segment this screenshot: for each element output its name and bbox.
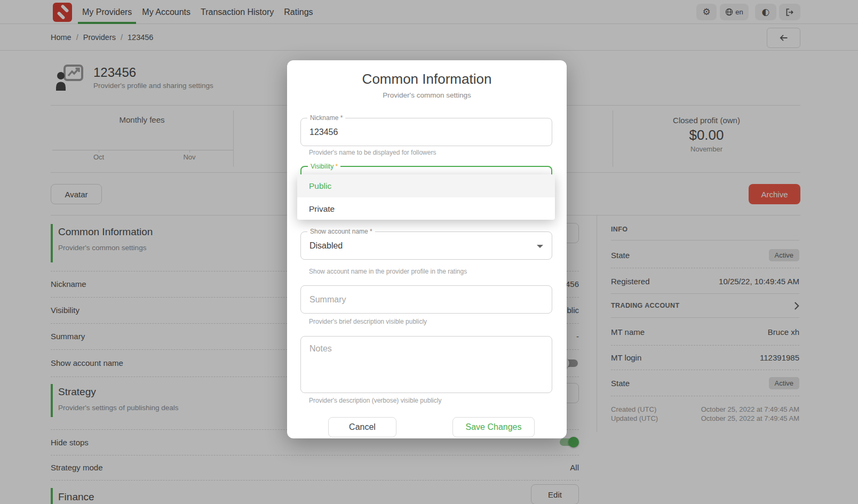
notes-field[interactable] <box>300 336 552 393</box>
nickname-input[interactable] <box>301 118 552 146</box>
common-information-modal: Common Information Provider's common set… <box>287 60 567 438</box>
visibility-dropdown-menu: Public Private <box>297 174 555 220</box>
show-account-name-helper: Show account name in the provider profil… <box>309 268 467 275</box>
modal-title: Common Information <box>287 71 567 87</box>
show-account-name-value: Disabled <box>309 241 343 251</box>
show-account-name-label: Show account name * <box>307 228 375 235</box>
modal-subtitle: Provider's common settings <box>287 91 567 99</box>
nickname-helper: Provider's name to be displayed for foll… <box>309 149 436 156</box>
visibility-label: Visibility * <box>308 163 340 170</box>
cancel-button[interactable]: Cancel <box>328 417 396 437</box>
summary-field[interactable] <box>300 285 552 314</box>
provider-profile-page: My Providers My Accounts Transaction His… <box>0 0 858 504</box>
menu-option-public[interactable]: Public <box>297 174 555 197</box>
show-account-name-select[interactable]: Show account name * Disabled <box>300 231 552 260</box>
save-changes-button[interactable]: Save Changes <box>452 417 535 437</box>
nickname-field[interactable]: Nickname * <box>300 118 552 146</box>
chevron-down-icon <box>537 245 543 248</box>
menu-option-private[interactable]: Private <box>297 197 555 220</box>
notes-helper: Provider's description (verbose) visible… <box>309 397 441 404</box>
notes-textarea[interactable] <box>301 337 552 393</box>
summary-input[interactable] <box>301 286 552 313</box>
summary-helper: Provider's brief description visible pub… <box>309 318 427 325</box>
